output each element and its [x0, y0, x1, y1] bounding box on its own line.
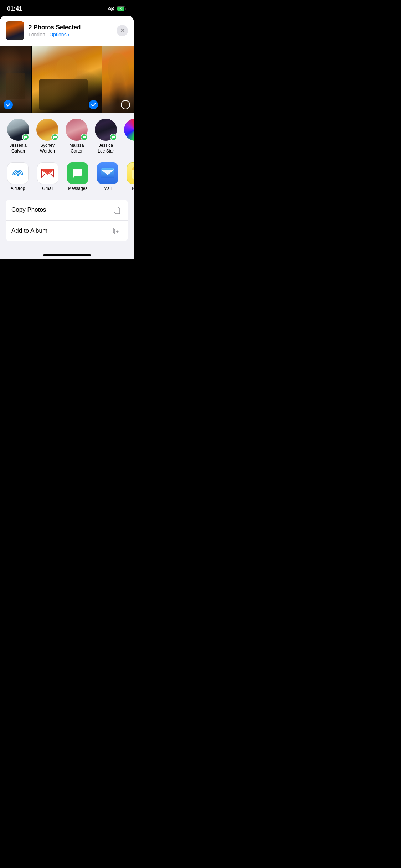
app-icon-mail — [97, 162, 118, 184]
action-list: Copy Photos Add to Album — [6, 200, 128, 241]
mail-icon — [101, 168, 114, 178]
photo-3-unselected-badge — [121, 100, 130, 109]
svg-rect-12 — [115, 208, 120, 214]
messages-icon — [72, 167, 84, 179]
add-to-album-icon — [112, 226, 122, 236]
contact-avatar-wrapper — [95, 119, 117, 141]
share-subtitle: London Options › — [29, 32, 81, 37]
app-icon-notes — [127, 162, 134, 184]
action-item-add-to-album[interactable]: Add to Album — [6, 221, 128, 241]
app-label-messages: Messages — [68, 186, 88, 191]
share-header: 2 Photos Selected London Options › ✕ — [0, 16, 134, 46]
status-time: 01:41 — [7, 5, 22, 12]
contact-item-jessenia-galvan[interactable]: JesseniaGalvan — [6, 119, 31, 154]
photo-item-1[interactable] — [0, 46, 31, 113]
photo-2-selected-badge — [89, 100, 98, 109]
app-icon-airdrop — [7, 162, 29, 184]
close-button[interactable]: ✕ — [117, 25, 128, 36]
app-label-mail: Mail — [104, 186, 112, 191]
app-item-messages[interactable]: Messages — [66, 162, 90, 191]
close-icon: ✕ — [120, 28, 125, 33]
app-label-airdrop: AirDrop — [11, 186, 25, 191]
notes-icon — [132, 167, 134, 180]
apps-row: AirDrop Gmail — [0, 160, 134, 197]
home-bar — [43, 254, 91, 256]
contact-avatar-extra — [124, 119, 134, 141]
app-item-gmail[interactable]: Gmail — [36, 162, 60, 191]
message-badge-sydney — [51, 134, 58, 141]
contact-name-malissa: MalissaCarter — [70, 143, 84, 154]
svg-point-2 — [17, 174, 19, 176]
contact-name-jessica: JessicaLee Star — [98, 143, 114, 154]
message-badge-jessenia — [22, 134, 29, 141]
contact-name-jessenia: JesseniaGalvan — [10, 143, 26, 154]
battery-icon — [117, 6, 127, 11]
app-icon-messages — [67, 162, 88, 184]
message-badge-jessica — [110, 134, 117, 141]
contacts-row: JesseniaGalvan SydneyWorden — [0, 119, 134, 160]
share-location: London — [29, 32, 45, 37]
app-label-notes: Notes — [132, 186, 134, 191]
contact-item-malissa-carter[interactable]: MalissaCarter — [64, 119, 89, 154]
message-badge-malissa — [81, 134, 88, 141]
svg-rect-7 — [132, 169, 134, 170]
photo-item-3[interactable] — [102, 46, 134, 113]
copy-photos-icon — [112, 205, 122, 215]
share-text-info: 2 Photos Selected London Options › — [29, 24, 81, 37]
action-copy-photos-label: Copy Photos — [11, 206, 46, 213]
action-item-copy-photos[interactable]: Copy Photos — [6, 200, 128, 220]
photo-strip — [0, 46, 134, 113]
app-icon-gmail — [37, 162, 58, 184]
share-title: 2 Photos Selected — [29, 24, 81, 31]
action-add-album-label: Add to Album — [11, 227, 47, 234]
contact-item-extra[interactable] — [123, 119, 134, 154]
airdrop-icon — [11, 167, 24, 180]
contact-avatar-wrapper — [124, 119, 134, 141]
gmail-icon — [41, 168, 54, 178]
status-bar: 01:41 — [0, 0, 134, 16]
share-header-info: 2 Photos Selected London Options › — [6, 21, 81, 40]
status-icons — [108, 6, 127, 11]
photo-1-selected-badge — [4, 100, 13, 109]
share-options-button[interactable]: Options › — [49, 32, 70, 37]
app-item-mail[interactable]: Mail — [96, 162, 120, 191]
home-indicator — [0, 247, 134, 259]
app-label-gmail: Gmail — [42, 186, 53, 191]
share-section: JesseniaGalvan SydneyWorden — [0, 113, 134, 247]
contact-avatar-wrapper — [66, 119, 88, 141]
share-thumbnail — [6, 21, 24, 40]
photo-item-2[interactable] — [32, 46, 101, 113]
contact-item-sydney-worden[interactable]: SydneyWorden — [35, 119, 60, 154]
app-item-airdrop[interactable]: AirDrop — [6, 162, 30, 191]
contact-name-sydney: SydneyWorden — [40, 143, 55, 154]
wifi-icon — [108, 7, 114, 11]
contact-avatar-wrapper — [7, 119, 29, 141]
contact-avatar-wrapper — [36, 119, 58, 141]
contact-item-jessica-lee-star[interactable]: JessicaLee Star — [93, 119, 118, 154]
share-sheet: 2 Photos Selected London Options › ✕ — [0, 16, 134, 247]
app-item-notes[interactable]: Notes — [125, 162, 134, 191]
